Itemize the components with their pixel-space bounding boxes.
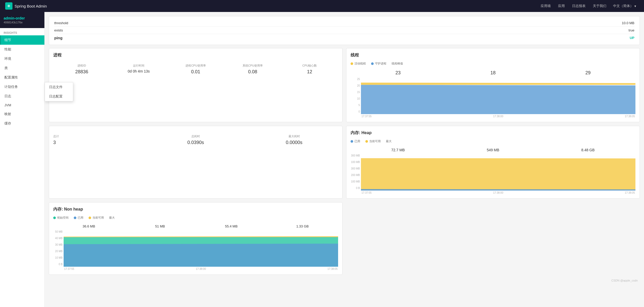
legend-dot-nonheap-avail bbox=[89, 217, 91, 219]
process-title: 进程 bbox=[53, 53, 338, 58]
sidebar-item-scheduled[interactable]: 计划任务 bbox=[0, 82, 44, 92]
nonheap-y-axis: 50 MB 40 MB 30 MB 20 MB 10 MB 0 B bbox=[53, 230, 64, 270]
heap-avail-value: 549 MB bbox=[446, 148, 541, 152]
lang-switcher[interactable]: 中文（简体） ▾ bbox=[611, 2, 639, 10]
heap-max-value: 8.48 GB bbox=[540, 148, 635, 152]
app-name: admin-order bbox=[4, 16, 41, 20]
heap-stats: 72.7 MB 549 MB 8.48 GB bbox=[351, 146, 635, 154]
info-row-threshold: threshold 10.0 MB bbox=[54, 19, 634, 27]
legend-nonheap-avail: 当前可用 bbox=[89, 216, 104, 220]
process-panel: 进程 进程ID 28836 运行时间 0d 0h 4m 13s 进程CPU使用率… bbox=[49, 48, 343, 122]
brand-name: Spring Boot Admin bbox=[15, 4, 47, 8]
heap-avail-stat: 549 MB bbox=[446, 146, 541, 154]
threads-chart-inner: 17:37:55 17:38:00 17:38:05 bbox=[361, 78, 635, 118]
threads-title: 线程 bbox=[351, 53, 635, 58]
nonheap-used-stat: 51 MB bbox=[124, 222, 196, 230]
sidebar-item-config[interactable]: 配置属性 bbox=[0, 73, 44, 82]
nonheap-chart bbox=[64, 233, 338, 267]
legend-label-heap-avail: 当前可用 bbox=[369, 139, 381, 143]
stat-sys-cpu-label: 系统CPU使用率 bbox=[224, 64, 281, 68]
ping-status: UP bbox=[630, 36, 634, 40]
nonheap-x-axis: 17:37:55 17:38:00 17:38:05 bbox=[64, 267, 338, 270]
brand-icon: ❋ bbox=[5, 2, 12, 10]
stat-pid: 进程ID 28836 bbox=[53, 62, 110, 77]
info-key-ping: ping bbox=[54, 36, 63, 40]
legend-daemon: 守护进程 bbox=[371, 62, 386, 66]
info-key-threshold: threshold bbox=[54, 21, 68, 25]
nonheap-used-value: 51 MB bbox=[124, 224, 196, 228]
main-content: threshold 10.0 MB exists true ping UP 进程… bbox=[45, 12, 644, 307]
sidebar-item-mapping[interactable]: 映射 bbox=[0, 109, 44, 119]
sidebar-item-jvm[interactable]: JVM bbox=[0, 101, 44, 109]
heap-max-stat: 8.48 GB bbox=[540, 146, 635, 154]
top-info-panel: threshold 10.0 MB exists true ping UP bbox=[49, 16, 640, 45]
legend-dot-nonheap-init bbox=[53, 217, 56, 219]
sidebar-item-detail[interactable]: 细节 bbox=[0, 35, 44, 45]
nav-link-log[interactable]: 日志报表 bbox=[569, 2, 589, 10]
legend-heap-used: 已用 bbox=[351, 139, 360, 143]
threads-chart bbox=[361, 80, 635, 114]
nonheap-init-value: 36.6 MB bbox=[53, 224, 124, 228]
nonheap-legend: 初始空间 已用 当前可用 最大 bbox=[53, 216, 338, 220]
nonheap-init-stat: 36.6 MB bbox=[53, 222, 124, 230]
stat-cores: CPU核心数 12 bbox=[281, 62, 338, 77]
heap-legend: 已用 当前可用 最大 bbox=[351, 139, 635, 143]
gc-maxtime-label: 最大耗时 bbox=[250, 134, 338, 138]
threads-y-axis: 25 20 15 10 5 0 bbox=[351, 78, 361, 118]
gc-totaltime-stat: 总耗时 0.0390s bbox=[152, 132, 240, 147]
sidebar-section-label: Insights bbox=[0, 28, 44, 35]
threads-panel: 线程 活动线程 守护进程 线程峰值 23 bbox=[346, 48, 640, 122]
heap-y-axis: 300 MB 100 MB 300 MB 200 MB 100 MB 0 B bbox=[351, 154, 361, 194]
dropdown-item-logconfig[interactable]: 日志配置 bbox=[45, 92, 73, 101]
heap-svg bbox=[361, 157, 635, 191]
nonheap-max-value: 1.33 GB bbox=[267, 224, 338, 228]
threads-active-stat: 23 bbox=[351, 68, 446, 78]
log-dropdown-menu: 日志文件 日志配置 bbox=[45, 82, 73, 101]
info-val-threshold: 10.0 MB bbox=[622, 21, 634, 25]
legend-dot-active bbox=[351, 62, 353, 65]
svg-marker-20 bbox=[64, 244, 338, 267]
legend-label-peak: 线程峰值 bbox=[392, 62, 403, 66]
nonheap-svg bbox=[64, 233, 338, 267]
panels-grid: 进程 进程ID 28836 运行时间 0d 0h 4m 13s 进程CPU使用率… bbox=[49, 48, 640, 275]
heap-chart-inner: 17:37:55 17:38:00 17:38:05 bbox=[361, 154, 635, 194]
legend-heap-max: 最大 bbox=[386, 139, 392, 143]
stat-pid-value: 28836 bbox=[53, 69, 110, 75]
threads-peak-value: 29 bbox=[540, 70, 635, 76]
legend-label-daemon: 守护进程 bbox=[375, 62, 386, 66]
legend-peak: 线程峰值 bbox=[392, 62, 403, 66]
gc-maxtime-stat: 最大耗时 0.0000s bbox=[250, 132, 338, 147]
legend-nonheap-used: 已用 bbox=[74, 216, 83, 220]
legend-nonheap-max: 最大 bbox=[109, 216, 115, 220]
legend-heap-avail: 当前可用 bbox=[365, 139, 381, 143]
threads-x-axis: 17:37:55 17:38:00 17:38:05 bbox=[361, 115, 635, 118]
stat-sys-cpu-value: 0.08 bbox=[224, 69, 281, 75]
threads-active-value: 23 bbox=[351, 70, 446, 76]
info-key-exists: exists bbox=[54, 28, 63, 32]
nav-link-appwall[interactable]: 应用墙 bbox=[538, 2, 554, 10]
info-row-ping: ping UP bbox=[54, 34, 634, 42]
sidebar-item-cache[interactable]: 缓存 bbox=[0, 119, 44, 128]
stat-proc-cpu-value: 0.01 bbox=[167, 69, 224, 75]
heap-x-axis: 17:37:55 17:38:00 17:38:05 bbox=[361, 191, 635, 194]
info-row-exists: exists true bbox=[54, 27, 634, 34]
nav-link-about[interactable]: 关于我们 bbox=[590, 2, 609, 10]
nonheap-avail-value: 55.4 MB bbox=[196, 224, 267, 228]
svg-marker-21 bbox=[64, 236, 338, 237]
gc-total-label: 总计 bbox=[53, 134, 141, 138]
stat-uptime-value: 0d 0h 4m 13s bbox=[110, 69, 167, 73]
sidebar-item-log[interactable]: 日志 bbox=[0, 92, 44, 101]
legend-active-threads: 活动线程 bbox=[351, 62, 366, 66]
sidebar-item-environment[interactable]: 环境 bbox=[0, 54, 44, 63]
sidebar-item-performance[interactable]: 性能 bbox=[0, 45, 44, 54]
threads-peak-stat: 29 bbox=[540, 68, 635, 78]
legend-label-nonheap-avail: 当前可用 bbox=[92, 216, 104, 220]
legend-dot-nonheap-used bbox=[74, 217, 76, 219]
nav-link-app[interactable]: 应用 bbox=[555, 2, 568, 10]
top-nav: ❋ Spring Boot Admin 应用墙 应用 日志报表 关于我们 中文（… bbox=[0, 0, 644, 12]
sidebar-item-class[interactable]: 类 bbox=[0, 63, 44, 73]
stat-proc-cpu: 进程CPU使用率 0.01 bbox=[167, 62, 224, 77]
threads-chart-container: 25 20 15 10 5 0 bbox=[351, 78, 635, 118]
stat-cores-label: CPU核心数 bbox=[281, 64, 338, 68]
dropdown-item-logfile[interactable]: 日志文件 bbox=[45, 82, 73, 92]
